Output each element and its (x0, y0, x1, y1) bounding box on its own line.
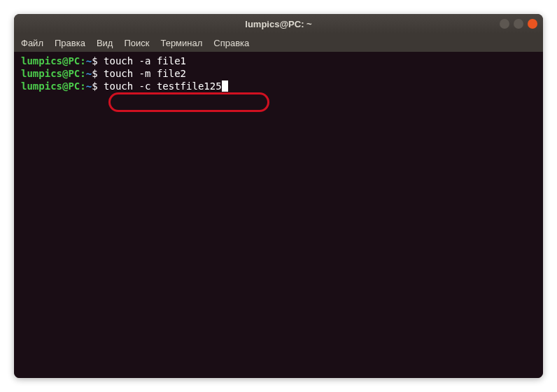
prompt-user: lumpics@PC: (21, 55, 86, 66)
window-controls (500, 19, 537, 29)
terminal-line: lumpics@PC:~$ touch -c testfile125 (21, 80, 536, 92)
window-title: lumpics@PC: ~ (245, 19, 311, 29)
prompt-path: ~ (86, 80, 92, 92)
menubar: Файл Правка Вид Поиск Терминал Справка (14, 34, 543, 52)
menu-terminal[interactable]: Терминал (160, 38, 202, 48)
menu-edit[interactable]: Правка (55, 38, 85, 48)
prompt-symbol: $ (92, 55, 97, 66)
terminal-line: lumpics@PC:~$ touch -m file2 (21, 67, 536, 80)
command-text: touch -m file2 (104, 68, 186, 79)
maximize-button[interactable] (514, 19, 523, 29)
menu-help[interactable]: Справка (213, 38, 249, 48)
command-text: touch -c testfile125 (104, 80, 222, 92)
prompt-symbol: $ (92, 80, 97, 92)
minimize-button[interactable] (500, 19, 509, 29)
terminal-body[interactable]: lumpics@PC:~$ touch -a file1 lumpics@PC:… (14, 52, 543, 378)
terminal-line: lumpics@PC:~$ touch -a file1 (21, 55, 536, 67)
menu-file[interactable]: Файл (21, 38, 43, 48)
prompt-user: lumpics@PC: (21, 68, 86, 79)
prompt-path: ~ (86, 68, 92, 79)
command-text: touch -a file1 (104, 55, 186, 66)
terminal-window: lumpics@PC: ~ Файл Правка Вид Поиск Терм… (14, 14, 543, 378)
menu-view[interactable]: Вид (97, 38, 113, 48)
menu-search[interactable]: Поиск (124, 38, 149, 48)
prompt-symbol: $ (92, 68, 97, 79)
titlebar[interactable]: lumpics@PC: ~ (14, 14, 543, 34)
cursor (222, 80, 228, 92)
close-button[interactable] (528, 19, 537, 29)
prompt-path: ~ (86, 55, 92, 66)
prompt-user: lumpics@PC: (21, 80, 86, 92)
